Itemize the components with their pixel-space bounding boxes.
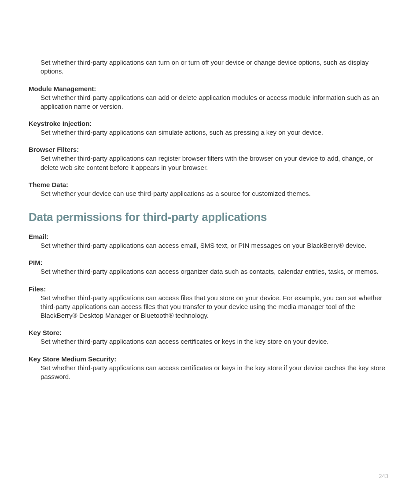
section-heading: Data permissions for third-party applica… xyxy=(29,210,391,224)
term-block: Files: Set whether third-party applicati… xyxy=(29,285,391,320)
term-block: Email: Set whether third-party applicati… xyxy=(29,233,391,250)
term-description: Set whether your device can use third-pa… xyxy=(41,189,391,198)
term-description: Set whether third-party applications can… xyxy=(41,267,391,276)
page-content: Set whether third-party applications can… xyxy=(29,0,391,381)
term-block: PIM: Set whether third-party application… xyxy=(29,259,391,276)
term-block: Key Store Medium Security: Set whether t… xyxy=(29,355,391,382)
term-label: PIM: xyxy=(29,259,391,266)
term-label: Key Store Medium Security: xyxy=(29,355,391,363)
term-block: Keystroke Injection: Set whether third-p… xyxy=(29,120,391,137)
term-block: Module Management: Set whether third-par… xyxy=(29,85,391,111)
term-description: Set whether third-party applications can… xyxy=(41,154,391,172)
term-label: Browser Filters: xyxy=(29,146,391,153)
page-number: 243 xyxy=(379,473,388,479)
term-label: Email: xyxy=(29,233,391,240)
orphan-description: Set whether third-party applications can… xyxy=(41,58,391,76)
term-block: Key Store: Set whether third-party appli… xyxy=(29,329,391,346)
term-description: Set whether third-party applications can… xyxy=(41,337,391,346)
term-description: Set whether third-party applications can… xyxy=(41,294,391,320)
term-description: Set whether third-party applications can… xyxy=(41,93,391,111)
term-label: Module Management: xyxy=(29,85,391,92)
term-block: Theme Data: Set whether your device can … xyxy=(29,181,391,198)
term-label: Files: xyxy=(29,285,391,293)
term-label: Key Store: xyxy=(29,329,391,336)
term-description: Set whether third-party applications can… xyxy=(41,128,391,137)
term-label: Keystroke Injection: xyxy=(29,120,391,127)
term-block: Browser Filters: Set whether third-party… xyxy=(29,146,391,172)
term-description: Set whether third-party applications can… xyxy=(41,364,391,382)
term-description: Set whether third-party applications can… xyxy=(41,241,391,250)
term-label: Theme Data: xyxy=(29,181,391,188)
